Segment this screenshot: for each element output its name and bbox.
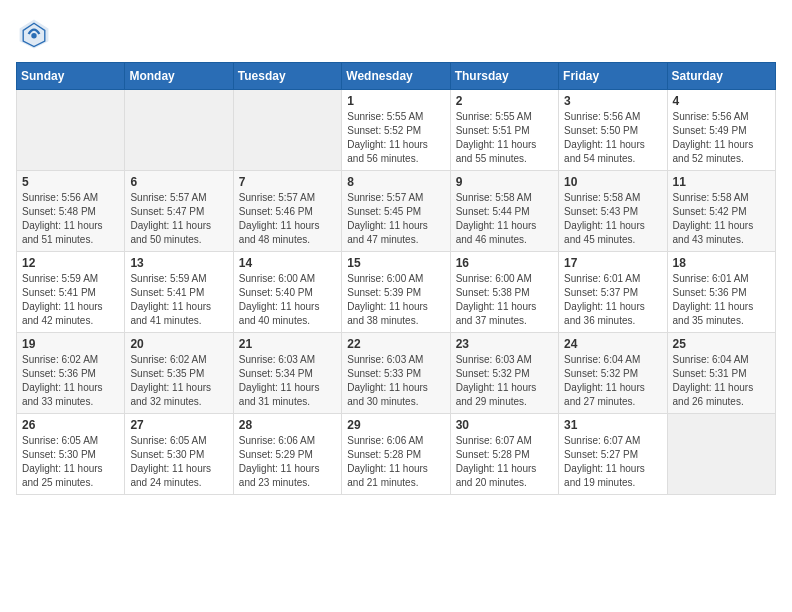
calendar-week-row: 12Sunrise: 5:59 AM Sunset: 5:41 PM Dayli… xyxy=(17,252,776,333)
calendar-cell: 15Sunrise: 6:00 AM Sunset: 5:39 PM Dayli… xyxy=(342,252,450,333)
day-number: 13 xyxy=(130,256,227,270)
day-number: 16 xyxy=(456,256,553,270)
calendar-cell: 16Sunrise: 6:00 AM Sunset: 5:38 PM Dayli… xyxy=(450,252,558,333)
calendar-cell: 12Sunrise: 5:59 AM Sunset: 5:41 PM Dayli… xyxy=(17,252,125,333)
day-info: Sunrise: 5:56 AM Sunset: 5:48 PM Dayligh… xyxy=(22,191,119,247)
calendar-cell: 22Sunrise: 6:03 AM Sunset: 5:33 PM Dayli… xyxy=(342,333,450,414)
day-info: Sunrise: 6:00 AM Sunset: 5:39 PM Dayligh… xyxy=(347,272,444,328)
calendar-cell xyxy=(667,414,775,495)
calendar-cell: 2Sunrise: 5:55 AM Sunset: 5:51 PM Daylig… xyxy=(450,90,558,171)
calendar-cell: 17Sunrise: 6:01 AM Sunset: 5:37 PM Dayli… xyxy=(559,252,667,333)
day-info: Sunrise: 6:06 AM Sunset: 5:28 PM Dayligh… xyxy=(347,434,444,490)
day-info: Sunrise: 5:58 AM Sunset: 5:42 PM Dayligh… xyxy=(673,191,770,247)
calendar-cell: 11Sunrise: 5:58 AM Sunset: 5:42 PM Dayli… xyxy=(667,171,775,252)
day-number: 7 xyxy=(239,175,336,189)
calendar-cell: 31Sunrise: 6:07 AM Sunset: 5:27 PM Dayli… xyxy=(559,414,667,495)
calendar-cell: 21Sunrise: 6:03 AM Sunset: 5:34 PM Dayli… xyxy=(233,333,341,414)
day-number: 3 xyxy=(564,94,661,108)
day-number: 30 xyxy=(456,418,553,432)
logo xyxy=(16,16,58,52)
calendar-cell: 9Sunrise: 5:58 AM Sunset: 5:44 PM Daylig… xyxy=(450,171,558,252)
calendar-cell: 23Sunrise: 6:03 AM Sunset: 5:32 PM Dayli… xyxy=(450,333,558,414)
day-number: 5 xyxy=(22,175,119,189)
calendar-cell: 28Sunrise: 6:06 AM Sunset: 5:29 PM Dayli… xyxy=(233,414,341,495)
day-info: Sunrise: 6:06 AM Sunset: 5:29 PM Dayligh… xyxy=(239,434,336,490)
calendar-cell: 19Sunrise: 6:02 AM Sunset: 5:36 PM Dayli… xyxy=(17,333,125,414)
day-info: Sunrise: 6:07 AM Sunset: 5:27 PM Dayligh… xyxy=(564,434,661,490)
day-number: 31 xyxy=(564,418,661,432)
weekday-header: Thursday xyxy=(450,63,558,90)
day-number: 4 xyxy=(673,94,770,108)
calendar-week-row: 19Sunrise: 6:02 AM Sunset: 5:36 PM Dayli… xyxy=(17,333,776,414)
day-info: Sunrise: 6:05 AM Sunset: 5:30 PM Dayligh… xyxy=(130,434,227,490)
day-info: Sunrise: 5:57 AM Sunset: 5:46 PM Dayligh… xyxy=(239,191,336,247)
calendar-cell: 7Sunrise: 5:57 AM Sunset: 5:46 PM Daylig… xyxy=(233,171,341,252)
weekday-header: Sunday xyxy=(17,63,125,90)
day-number: 15 xyxy=(347,256,444,270)
day-number: 22 xyxy=(347,337,444,351)
calendar-week-row: 5Sunrise: 5:56 AM Sunset: 5:48 PM Daylig… xyxy=(17,171,776,252)
day-info: Sunrise: 5:56 AM Sunset: 5:50 PM Dayligh… xyxy=(564,110,661,166)
day-info: Sunrise: 5:56 AM Sunset: 5:49 PM Dayligh… xyxy=(673,110,770,166)
day-info: Sunrise: 6:04 AM Sunset: 5:32 PM Dayligh… xyxy=(564,353,661,409)
day-info: Sunrise: 5:57 AM Sunset: 5:45 PM Dayligh… xyxy=(347,191,444,247)
day-number: 8 xyxy=(347,175,444,189)
svg-point-2 xyxy=(31,33,36,38)
day-info: Sunrise: 6:02 AM Sunset: 5:35 PM Dayligh… xyxy=(130,353,227,409)
calendar-cell: 3Sunrise: 5:56 AM Sunset: 5:50 PM Daylig… xyxy=(559,90,667,171)
calendar-cell: 25Sunrise: 6:04 AM Sunset: 5:31 PM Dayli… xyxy=(667,333,775,414)
day-number: 14 xyxy=(239,256,336,270)
calendar-cell: 20Sunrise: 6:02 AM Sunset: 5:35 PM Dayli… xyxy=(125,333,233,414)
calendar-cell: 14Sunrise: 6:00 AM Sunset: 5:40 PM Dayli… xyxy=(233,252,341,333)
calendar-week-row: 26Sunrise: 6:05 AM Sunset: 5:30 PM Dayli… xyxy=(17,414,776,495)
day-info: Sunrise: 5:58 AM Sunset: 5:44 PM Dayligh… xyxy=(456,191,553,247)
calendar-cell: 27Sunrise: 6:05 AM Sunset: 5:30 PM Dayli… xyxy=(125,414,233,495)
day-number: 27 xyxy=(130,418,227,432)
day-number: 2 xyxy=(456,94,553,108)
day-number: 20 xyxy=(130,337,227,351)
calendar-cell: 4Sunrise: 5:56 AM Sunset: 5:49 PM Daylig… xyxy=(667,90,775,171)
day-number: 18 xyxy=(673,256,770,270)
day-number: 28 xyxy=(239,418,336,432)
day-info: Sunrise: 5:55 AM Sunset: 5:51 PM Dayligh… xyxy=(456,110,553,166)
calendar-cell xyxy=(125,90,233,171)
day-number: 17 xyxy=(564,256,661,270)
calendar-cell: 26Sunrise: 6:05 AM Sunset: 5:30 PM Dayli… xyxy=(17,414,125,495)
day-number: 1 xyxy=(347,94,444,108)
day-info: Sunrise: 6:03 AM Sunset: 5:33 PM Dayligh… xyxy=(347,353,444,409)
day-info: Sunrise: 6:02 AM Sunset: 5:36 PM Dayligh… xyxy=(22,353,119,409)
day-info: Sunrise: 6:03 AM Sunset: 5:34 PM Dayligh… xyxy=(239,353,336,409)
calendar-cell: 13Sunrise: 5:59 AM Sunset: 5:41 PM Dayli… xyxy=(125,252,233,333)
day-info: Sunrise: 5:57 AM Sunset: 5:47 PM Dayligh… xyxy=(130,191,227,247)
day-info: Sunrise: 6:00 AM Sunset: 5:38 PM Dayligh… xyxy=(456,272,553,328)
day-number: 11 xyxy=(673,175,770,189)
day-number: 9 xyxy=(456,175,553,189)
page-header xyxy=(16,16,776,52)
day-info: Sunrise: 6:05 AM Sunset: 5:30 PM Dayligh… xyxy=(22,434,119,490)
weekday-header: Wednesday xyxy=(342,63,450,90)
logo-icon xyxy=(16,16,52,52)
day-info: Sunrise: 6:03 AM Sunset: 5:32 PM Dayligh… xyxy=(456,353,553,409)
day-number: 23 xyxy=(456,337,553,351)
day-info: Sunrise: 5:58 AM Sunset: 5:43 PM Dayligh… xyxy=(564,191,661,247)
day-number: 6 xyxy=(130,175,227,189)
day-info: Sunrise: 6:00 AM Sunset: 5:40 PM Dayligh… xyxy=(239,272,336,328)
day-number: 12 xyxy=(22,256,119,270)
day-info: Sunrise: 6:01 AM Sunset: 5:36 PM Dayligh… xyxy=(673,272,770,328)
calendar-table: SundayMondayTuesdayWednesdayThursdayFrid… xyxy=(16,62,776,495)
weekday-row: SundayMondayTuesdayWednesdayThursdayFrid… xyxy=(17,63,776,90)
day-number: 19 xyxy=(22,337,119,351)
day-number: 29 xyxy=(347,418,444,432)
day-info: Sunrise: 5:59 AM Sunset: 5:41 PM Dayligh… xyxy=(22,272,119,328)
calendar-cell: 24Sunrise: 6:04 AM Sunset: 5:32 PM Dayli… xyxy=(559,333,667,414)
day-number: 24 xyxy=(564,337,661,351)
calendar-cell: 18Sunrise: 6:01 AM Sunset: 5:36 PM Dayli… xyxy=(667,252,775,333)
calendar-cell: 8Sunrise: 5:57 AM Sunset: 5:45 PM Daylig… xyxy=(342,171,450,252)
calendar-body: 1Sunrise: 5:55 AM Sunset: 5:52 PM Daylig… xyxy=(17,90,776,495)
day-number: 26 xyxy=(22,418,119,432)
calendar-cell: 6Sunrise: 5:57 AM Sunset: 5:47 PM Daylig… xyxy=(125,171,233,252)
calendar-cell: 1Sunrise: 5:55 AM Sunset: 5:52 PM Daylig… xyxy=(342,90,450,171)
weekday-header: Monday xyxy=(125,63,233,90)
calendar-cell xyxy=(233,90,341,171)
day-info: Sunrise: 6:01 AM Sunset: 5:37 PM Dayligh… xyxy=(564,272,661,328)
